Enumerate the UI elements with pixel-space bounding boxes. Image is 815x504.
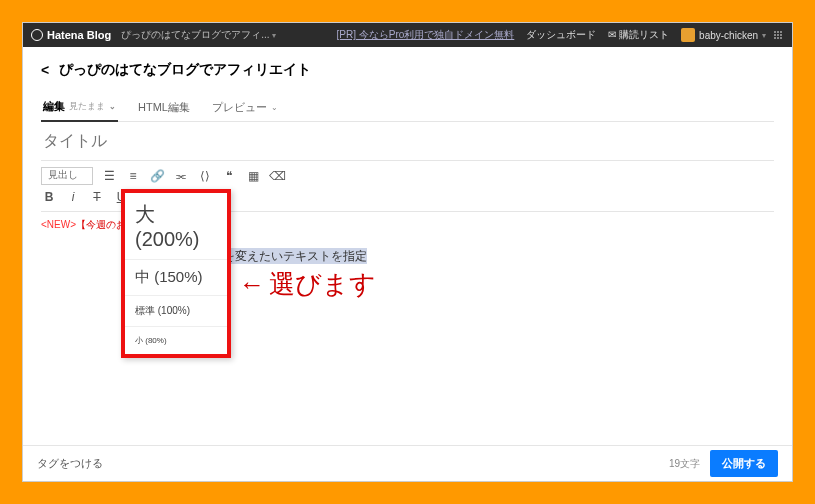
back-row: < ぴっぴのはてなブログでアフィリエイト [41, 61, 774, 79]
title-input[interactable] [41, 122, 774, 161]
page-title: ぴっぴのはてなブログでアフィリエイト [59, 61, 311, 79]
left-sidebar: <NEW>【今週のお [41, 212, 131, 273]
bold-button[interactable]: B [41, 189, 57, 205]
brand-label: Hatena Blog [47, 29, 111, 41]
numbered-list-icon[interactable]: ≡ [125, 168, 141, 184]
chevron-down-icon: ⌄ [271, 103, 278, 112]
unlink-icon[interactable]: ⫘ [173, 168, 189, 184]
read-more-icon[interactable]: ⟨⟩ [197, 168, 213, 184]
avatar [681, 28, 695, 42]
deliver-list-label: 購読リスト [619, 29, 669, 40]
sidebar-snippet: 【今週のお [76, 219, 126, 230]
tab-edit-sublabel: 見たまま [69, 100, 105, 113]
bulleted-list-icon[interactable]: ☰ [101, 168, 117, 184]
quote-icon[interactable]: ❝ [221, 168, 237, 184]
arrow-left-icon: ← [239, 270, 265, 300]
footer: タグをつける 19文字 公開する [23, 445, 792, 481]
publish-button[interactable]: 公開する [710, 450, 778, 477]
new-badge: <NEW> [41, 219, 76, 230]
back-chevron-icon[interactable]: < [41, 62, 49, 78]
editor-tabs: 編集 見たまま ⌄ HTML編集 プレビュー ⌄ [41, 93, 774, 122]
tab-edit[interactable]: 編集 見たまま ⌄ [41, 93, 118, 122]
global-topbar: Hatena Blog ぴっぴのはてなブログでアフィ... ▾ [PR] 今なら… [23, 23, 792, 47]
italic-button[interactable]: i [65, 189, 81, 205]
fontsize-option-200[interactable]: 大 (200%) [125, 193, 227, 260]
tab-preview[interactable]: プレビュー ⌄ [210, 93, 280, 121]
tab-preview-label: プレビュー [212, 100, 267, 115]
table-icon[interactable]: ▦ [245, 168, 261, 184]
add-tag-button[interactable]: タグをつける [37, 456, 103, 471]
annotation: ← 選びます [239, 267, 376, 302]
user-menu[interactable]: baby-chicken ▾ [681, 28, 766, 42]
fontsize-option-150[interactable]: 中 (150%) [125, 260, 227, 296]
chevron-down-icon: ⌄ [109, 102, 116, 111]
fontsize-option-100[interactable]: 標準 (100%) [125, 296, 227, 327]
blog-name-label: ぴっぴのはてなブログでアフィ... [121, 29, 269, 40]
link-icon[interactable]: 🔗 [149, 168, 165, 184]
heading-select[interactable]: 見出し [41, 167, 93, 185]
chevron-down-icon: ▾ [762, 31, 766, 40]
username-label: baby-chicken [699, 30, 758, 41]
eraser-icon[interactable]: ⌫ [269, 168, 285, 184]
tab-html[interactable]: HTML編集 [136, 93, 192, 121]
strike-button[interactable]: T [89, 189, 105, 205]
blog-name-dropdown[interactable]: ぴっぴのはてなブログでアフィ... ▾ [121, 28, 276, 42]
annotation-text: 選びます [269, 267, 376, 302]
brand[interactable]: Hatena Blog [31, 29, 111, 41]
chevron-down-icon: ▾ [272, 31, 276, 40]
pr-link[interactable]: [PR] 今ならPro利用で独自ドメイン無料 [337, 28, 515, 42]
tab-edit-label: 編集 [43, 99, 65, 114]
dashboard-link[interactable]: ダッシュボード [526, 28, 596, 42]
heading-select-label: 見出し [48, 169, 78, 180]
hatena-logo-icon [31, 29, 43, 41]
envelope-icon: ✉ [608, 29, 616, 40]
fontsize-option-80[interactable]: 小 (80%) [125, 327, 227, 354]
apps-grid-icon[interactable] [774, 31, 784, 39]
fontsize-dropdown: 大 (200%) 中 (150%) 標準 (100%) 小 (80%) [121, 189, 231, 358]
char-count: 19文字 [669, 457, 700, 471]
deliver-list-link[interactable]: ✉ 購読リスト [608, 28, 669, 42]
